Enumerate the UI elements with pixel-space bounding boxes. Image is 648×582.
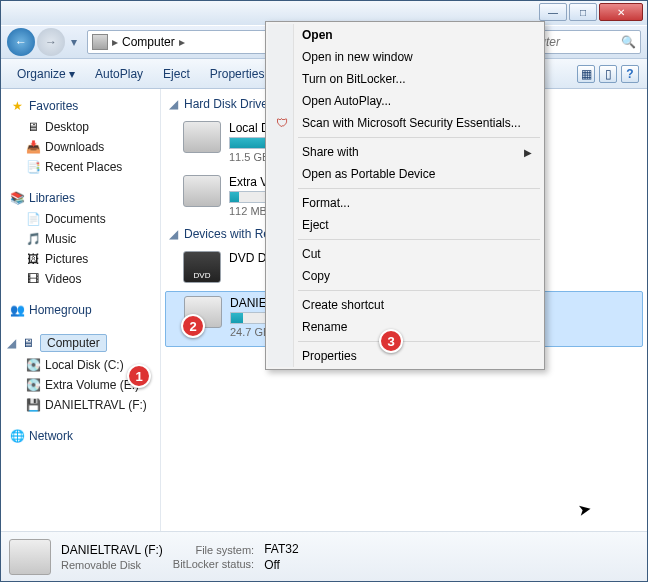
sidebar-item-pictures[interactable]: 🖼Pictures: [3, 249, 158, 269]
sidebar-item-videos[interactable]: 🎞Videos: [3, 269, 158, 289]
context-menu: Open Open in new window Turn on BitLocke…: [265, 21, 545, 370]
cm-copy[interactable]: Copy: [268, 265, 542, 287]
breadcrumb-sep: ▸: [112, 35, 118, 49]
sidebar-item-label: Videos: [45, 272, 81, 286]
cm-separator: [298, 188, 540, 189]
forward-icon: →: [45, 35, 57, 49]
pane-icon: ▯: [605, 67, 612, 81]
sidebar-item-label: Downloads: [45, 140, 104, 154]
help-icon: ?: [626, 67, 633, 81]
help-button[interactable]: ?: [621, 65, 639, 83]
chevron-down-icon: ◢: [169, 97, 178, 111]
computer-header[interactable]: ◢🖥Computer: [3, 331, 158, 355]
homegroup-icon: 👥: [9, 302, 25, 318]
history-dropdown-icon[interactable]: ▾: [71, 35, 77, 49]
back-icon: ←: [15, 35, 27, 49]
view-button[interactable]: ▦: [577, 65, 595, 83]
eject-button[interactable]: Eject: [155, 63, 198, 85]
hdd-icon: [183, 121, 221, 153]
details-pane: DANIELTRAVL (F:) Removable Disk File sys…: [1, 531, 647, 581]
details-drive-icon: [9, 539, 51, 575]
cm-properties[interactable]: Properties: [268, 345, 542, 367]
sidebar-item-label: DANIELTRAVL (F:): [45, 398, 147, 412]
hdd-icon: [183, 175, 221, 207]
cm-format[interactable]: Format...: [268, 192, 542, 214]
cm-scan-label: Scan with Microsoft Security Essentials.…: [302, 116, 521, 130]
favorites-header[interactable]: ★ Favorites: [3, 95, 158, 117]
cm-share-with[interactable]: Share with ▶: [268, 141, 542, 163]
cm-separator: [298, 137, 540, 138]
maximize-button[interactable]: □: [569, 3, 597, 21]
autoplay-button[interactable]: AutoPlay: [87, 63, 151, 85]
sidebar-item-recent[interactable]: 📑Recent Places: [3, 157, 158, 177]
music-icon: 🎵: [25, 231, 41, 247]
cm-open-autoplay[interactable]: Open AutoPlay...: [268, 90, 542, 112]
cm-portable[interactable]: Open as Portable Device: [268, 163, 542, 185]
document-icon: 📄: [25, 211, 41, 227]
libraries-label: Libraries: [29, 191, 75, 205]
usb-icon: 💾: [25, 397, 41, 413]
cm-eject[interactable]: Eject: [268, 214, 542, 236]
sidebar-item-label: Pictures: [45, 252, 88, 266]
cm-separator: [298, 290, 540, 291]
libraries-header[interactable]: 📚Libraries: [3, 187, 158, 209]
organize-button[interactable]: Organize ▾: [9, 63, 83, 85]
cm-bitlocker[interactable]: Turn on BitLocker...: [268, 68, 542, 90]
shield-icon: 🛡: [274, 115, 290, 131]
minimize-button[interactable]: —: [539, 3, 567, 21]
sidebar-item-music[interactable]: 🎵Music: [3, 229, 158, 249]
sidebar-item-label: Desktop: [45, 120, 89, 134]
chevron-icon: ◢: [7, 336, 16, 350]
cm-cut[interactable]: Cut: [268, 243, 542, 265]
explorer-window: — □ ✕ ← → ▾ ▸ Computer ▸ 🔍 Organize ▾ Au…: [0, 0, 648, 582]
cm-open[interactable]: Open: [268, 24, 542, 46]
cm-open-new-window[interactable]: Open in new window: [268, 46, 542, 68]
video-icon: 🎞: [25, 271, 41, 287]
cm-separator: [298, 341, 540, 342]
details-title: DANIELTRAVL (F:): [61, 543, 163, 557]
sidebar-item-label: Extra Volume (E:): [45, 378, 139, 392]
network-group: 🌐Network: [3, 425, 158, 447]
sidebar-item-usb-f[interactable]: 💾DANIELTRAVL (F:): [3, 395, 158, 415]
sidebar-item-label: Recent Places: [45, 160, 122, 174]
picture-icon: 🖼: [25, 251, 41, 267]
annotation-badge-1: 1: [127, 364, 151, 388]
details-bl-label: BitLocker status:: [173, 558, 254, 570]
downloads-icon: 📥: [25, 139, 41, 155]
nav-pane: ★ Favorites 🖥Desktop 📥Downloads 📑Recent …: [1, 89, 161, 531]
details-fs-value: FAT32: [264, 542, 298, 556]
cm-shortcut[interactable]: Create shortcut: [268, 294, 542, 316]
cm-scan[interactable]: 🛡 Scan with Microsoft Security Essential…: [268, 112, 542, 134]
view-icon: ▦: [581, 67, 592, 81]
network-label: Network: [29, 429, 73, 443]
star-icon: ★: [9, 98, 25, 114]
preview-pane-button[interactable]: ▯: [599, 65, 617, 83]
sidebar-item-documents[interactable]: 📄Documents: [3, 209, 158, 229]
sidebar-item-label: Documents: [45, 212, 106, 226]
sidebar-item-desktop[interactable]: 🖥Desktop: [3, 117, 158, 137]
cm-separator: [298, 239, 540, 240]
libraries-group: 📚Libraries 📄Documents 🎵Music 🖼Pictures 🎞…: [3, 187, 158, 289]
sidebar-item-label: Music: [45, 232, 76, 246]
properties-button[interactable]: Properties: [202, 63, 273, 85]
breadcrumb-location[interactable]: Computer: [122, 35, 175, 49]
disk-icon: 💽: [25, 377, 41, 393]
network-header[interactable]: 🌐Network: [3, 425, 158, 447]
sidebar-item-downloads[interactable]: 📥Downloads: [3, 137, 158, 157]
computer-icon: [92, 34, 108, 50]
computer-icon: 🖥: [20, 335, 36, 351]
cm-rename[interactable]: Rename: [268, 316, 542, 338]
homegroup-label: Homegroup: [29, 303, 92, 317]
homegroup-header[interactable]: 👥Homegroup: [3, 299, 158, 321]
recent-icon: 📑: [25, 159, 41, 175]
back-button[interactable]: ←: [7, 28, 35, 56]
submenu-arrow-icon: ▶: [524, 147, 532, 158]
homegroup-group: 👥Homegroup: [3, 299, 158, 321]
favorites-label: Favorites: [29, 99, 78, 113]
details-bl-value: Off: [264, 558, 298, 572]
dvd-icon: DVD: [183, 251, 221, 283]
desktop-icon: 🖥: [25, 119, 41, 135]
close-button[interactable]: ✕: [599, 3, 643, 21]
forward-button[interactable]: →: [37, 28, 65, 56]
disk-icon: 💽: [25, 357, 41, 373]
